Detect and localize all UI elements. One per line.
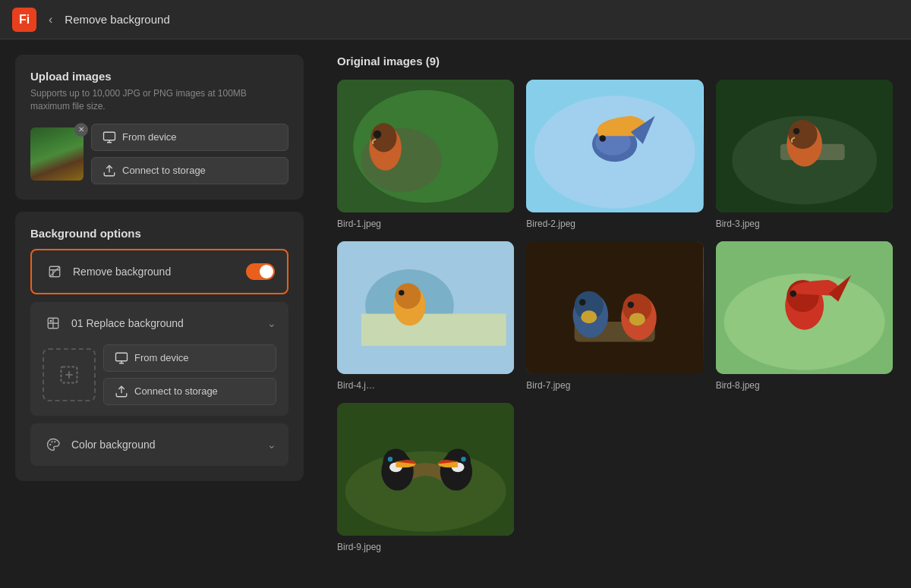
svg-point-11: [54, 441, 55, 442]
bird2-svg: [526, 80, 703, 212]
image-thumb-bird7: [526, 241, 703, 374]
replace-upload-buttons: From device Connect to storage: [103, 344, 276, 405]
bird4-svg: [337, 241, 514, 374]
replace-upload-placeholder[interactable]: [43, 348, 96, 401]
svg-rect-31: [361, 313, 506, 345]
color-bg-icon: [43, 434, 64, 455]
svg-point-9: [49, 443, 51, 445]
upload-title: Upload images: [30, 70, 288, 83]
monitor-icon: [102, 130, 116, 144]
remove-bg-left: Remove background: [44, 261, 171, 282]
svg-point-44: [628, 302, 634, 308]
monitor-icon-replace: [115, 351, 128, 365]
svg-point-39: [581, 310, 597, 323]
page-title: Remove background: [65, 13, 169, 26]
svg-point-34: [399, 290, 404, 295]
bird9-svg: [337, 403, 514, 536]
image-name-bird3: Bird-3.jpeg: [716, 219, 893, 229]
image-card-bird8[interactable]: Bird-8.jpeg: [716, 241, 893, 391]
image-thumb-bird9: [337, 403, 514, 536]
image-card-bird7[interactable]: Bird-7.jpeg: [526, 241, 703, 391]
back-button[interactable]: ‹: [46, 10, 55, 30]
svg-point-49: [790, 291, 796, 297]
svg-rect-0: [104, 132, 115, 140]
remove-bg-label: Remove background: [73, 266, 171, 278]
image-name-bird7: Bird-7.jpeg: [526, 380, 703, 391]
image-name-bird9: Bird-9.jpeg: [337, 542, 514, 552]
bg-options-title: Background options: [30, 227, 288, 240]
svg-point-28: [793, 128, 799, 134]
app-logo: Fi: [12, 8, 36, 32]
svg-point-40: [579, 299, 585, 305]
svg-rect-7: [116, 353, 128, 361]
cloud-icon-replace: [115, 385, 128, 398]
left-panel: Upload images Supports up to 10,000 JPG …: [0, 39, 319, 588]
connect-storage-button-replace[interactable]: Connect to storage: [103, 378, 276, 405]
svg-line-3: [49, 266, 60, 277]
image-thumb-bird1: [337, 80, 514, 212]
replace-background-section: 01 Replace background ⌄: [30, 302, 288, 416]
app-header: Fi ‹ Remove background: [0, 0, 911, 39]
remove-background-option[interactable]: Remove background: [30, 249, 288, 294]
image-thumb-bird4: [337, 241, 514, 374]
upload-buttons: From device Connect to storage: [91, 124, 288, 184]
right-panel: Original images (9): [319, 39, 911, 588]
image-thumb-bird8: [716, 241, 893, 374]
image-thumb-bird2: [526, 80, 703, 212]
svg-point-5: [50, 319, 52, 322]
image-card-bird2[interactable]: Bired-2.jpeg: [526, 80, 703, 229]
image-grid: Bird-1.jpeg Bired-2.jpeg: [337, 80, 893, 552]
svg-rect-35: [526, 241, 703, 374]
replace-bg-icon: [43, 313, 64, 334]
remove-bg-icon: [44, 261, 65, 282]
svg-point-17: [374, 130, 382, 139]
svg-point-55: [388, 457, 392, 461]
bird8-svg: [716, 241, 893, 374]
main-layout: Upload images Supports up to 10,000 JPG …: [0, 39, 911, 588]
svg-point-10: [51, 441, 52, 442]
thumbnail-image: [30, 127, 84, 181]
gallery-title: Original images (9): [337, 55, 893, 68]
svg-point-43: [629, 313, 645, 325]
color-bg-header[interactable]: Color background ⌄: [43, 434, 276, 455]
bird1-svg: [337, 80, 514, 212]
image-card-bird1[interactable]: Bird-1.jpeg: [337, 80, 514, 229]
image-card-bird4[interactable]: Bird-4.j…: [337, 241, 514, 391]
svg-point-33: [395, 283, 421, 309]
upload-placeholder-icon: [58, 364, 80, 385]
connect-storage-button-upload[interactable]: Connect to storage: [91, 157, 288, 184]
color-background-section[interactable]: Color background ⌄: [30, 423, 288, 466]
upload-section: Upload images Supports up to 10,000 JPG …: [15, 55, 304, 200]
image-name-bird1: Bird-1.jpeg: [337, 219, 514, 229]
replace-bg-chevron: ⌄: [267, 317, 276, 329]
color-bg-left: Color background: [43, 434, 156, 455]
bird7-svg: [526, 241, 703, 374]
upload-subtitle: Supports up to 10,000 JPG or PNG images …: [30, 87, 288, 113]
background-options-section: Background options Remove background: [15, 212, 304, 481]
image-name-bird2: Bired-2.jpeg: [526, 219, 703, 229]
svg-point-59: [461, 457, 465, 461]
thumbnail-wrapper: ✕: [30, 127, 84, 181]
image-name-bird8: Bird-8.jpeg: [716, 380, 893, 391]
image-name-bird4: Bird-4.j…: [337, 380, 514, 391]
remove-thumbnail-button[interactable]: ✕: [74, 123, 88, 137]
remove-bg-toggle[interactable]: [246, 263, 275, 280]
image-card-bird3[interactable]: Bird-3.jpeg: [716, 80, 893, 229]
color-bg-label: Color background: [71, 439, 156, 451]
svg-point-22: [600, 135, 606, 141]
image-thumb-bird3: [716, 80, 893, 212]
from-device-button-upload[interactable]: From device: [91, 124, 288, 151]
color-bg-chevron: ⌄: [267, 439, 276, 451]
svg-point-27: [788, 120, 817, 149]
replace-upload-area: From device Connect to storage: [43, 344, 276, 405]
upload-area: ✕ From device: [30, 124, 288, 184]
image-card-bird9[interactable]: Bird-9.jpeg: [337, 403, 514, 552]
from-device-button-replace[interactable]: From device: [103, 344, 276, 372]
bird3-svg: [716, 80, 893, 212]
toggle-knob: [260, 265, 273, 278]
replace-bg-header[interactable]: 01 Replace background ⌄: [43, 313, 276, 334]
svg-point-16: [371, 123, 397, 152]
replace-bg-left: 01 Replace background: [43, 313, 184, 334]
replace-bg-label: 01 Replace background: [71, 317, 184, 329]
cloud-upload-icon: [102, 164, 116, 178]
